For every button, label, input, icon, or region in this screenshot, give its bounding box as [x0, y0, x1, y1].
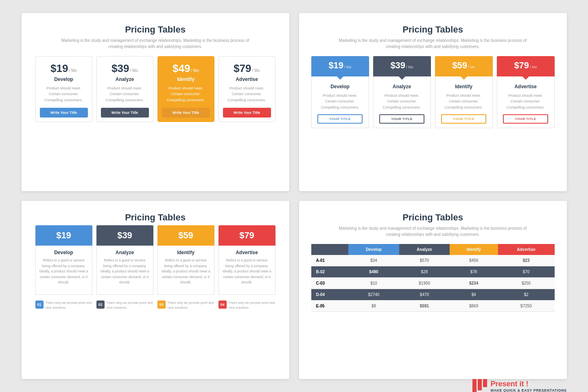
plan-develop: Develop — [54, 76, 73, 82]
num-badge-4: 04 — [219, 301, 227, 309]
num-text-3: That's why we provide point and click so… — [168, 301, 214, 310]
card-2-advertise: $79 / Mo Advertise Product should meet.C… — [497, 56, 555, 128]
btn-develop[interactable]: Write Your Title — [40, 108, 88, 118]
desc-analyze: Product should meet.Certain consumer.Com… — [105, 85, 144, 103]
slide-1: Pricing Tables Marketing is the study an… — [22, 13, 289, 191]
th-develop: Develop — [348, 244, 400, 255]
table-row: C-03 $10 $1950 $234 $250 — [311, 278, 555, 289]
num-badge-3: 03 — [157, 301, 166, 309]
slide3-cards: $19 Develop Refers to a good or service … — [34, 225, 277, 295]
brand-tagline: MaKE QuICK & EASY PRESENTATIONS — [490, 388, 566, 392]
svg-rect-1 — [478, 379, 482, 390]
main-container: Pricing Tables Marketing is the study an… — [22, 13, 567, 379]
num-item-1: 01 That's why we provide point and click… — [35, 301, 92, 310]
btn2-analyze[interactable]: YOUR TITLE — [379, 114, 425, 124]
card-3-develop: $19 Develop Refers to a good or service … — [35, 225, 92, 295]
svg-rect-0 — [472, 379, 477, 392]
banner-identify: $59 / Mo — [435, 56, 493, 76]
slide1-subtitle: Marketing is the study and management of… — [58, 37, 253, 50]
card-1-develop: $19 / Mo Develop Product should meet.Cer… — [35, 56, 92, 122]
card-2-develop: $19 / Mo Develop Product should meet.Cer… — [311, 56, 369, 128]
btn-advertise[interactable]: Write Your Title — [223, 108, 271, 118]
slide1-cards: $19 / Mo Develop Product should meet.Cer… — [34, 56, 277, 122]
card-3-identify: $59 Identify Refers to a good or service… — [157, 225, 214, 295]
slide-2: Pricing Tables Marketing is the study an… — [299, 13, 567, 191]
desc-develop: Product should meet.Certain consumer.Com… — [44, 85, 83, 103]
banner-develop: $19 / Mo — [311, 56, 369, 76]
slide3-title: Pricing Tables — [125, 212, 186, 223]
slide4-subtitle: Marketing is the study and management of… — [335, 225, 531, 237]
btn2-advertise[interactable]: YOUR TITLE — [503, 114, 549, 124]
slide2-title: Pricing Tables — [402, 24, 463, 35]
price-analyze: $39 — [111, 62, 129, 75]
num-item-2: 02 That's why we provide point and click… — [96, 301, 153, 310]
th-analyze: Analyze — [399, 244, 449, 255]
banner-analyze: $39 / Mo — [373, 56, 431, 76]
desc-identify: Product should meet.Certain consumer.Com… — [166, 85, 205, 103]
plan-advertise: Advertise — [236, 76, 258, 82]
table-row: A-01 $34 $570 $456 $23 — [311, 255, 555, 266]
card-3-advertise: $79 Advertise Refers to a good or servic… — [219, 225, 275, 295]
pricing-table: Develop Analyze Identify Advertise A-01 … — [311, 244, 555, 312]
price-advertise: $79 — [234, 62, 251, 75]
num-badge-1: 01 — [35, 301, 44, 309]
svg-rect-2 — [483, 379, 487, 387]
card-1-advertise: $79 / Mo Advertise Product should meet.C… — [219, 56, 275, 122]
slide4-table-container: Develop Analyze Identify Advertise A-01 … — [311, 244, 555, 312]
price-develop: $19 — [50, 62, 68, 75]
slide3-numbered: 01 That's why we provide point and click… — [34, 301, 277, 310]
slide1-title: Pricing Tables — [125, 24, 186, 35]
slide-4: Pricing Tables Marketing is the study an… — [299, 201, 567, 379]
th-identify: Identify — [450, 244, 498, 255]
btn2-develop[interactable]: YOUR TITLE — [317, 114, 363, 124]
num-text-4: That's why we provide point and click so… — [229, 301, 275, 310]
th-advertise: Advertise — [498, 244, 555, 255]
num-text-1: That's why we provide point and click so… — [46, 301, 92, 310]
branding: Present it ! MaKE QuICK & EASY PRESENTAT… — [472, 379, 566, 392]
num-item-4: 04 That's why we provide point and click… — [219, 301, 275, 310]
desc-advertise: Product should meet.Certain consumer.Com… — [227, 85, 266, 103]
card-2-identify: $59 / Mo Identify Product should meet.Ce… — [435, 56, 493, 128]
card-2-analyze: $39 / Mo Analyze Product should meet.Cer… — [373, 56, 431, 128]
plan-identify: Identify — [177, 76, 195, 82]
table-row: D-04 $2740 $470 $4 $2 — [311, 289, 555, 301]
num-badge-2: 02 — [96, 301, 105, 309]
table-row: E-05 $8 $591 $869 $7250 — [311, 301, 555, 312]
table-row: B-02 $490 $28 $78 $70 — [311, 266, 555, 278]
btn2-identify[interactable]: YOUR TITLE — [441, 114, 487, 124]
num-text-2: That's why we provide point and click so… — [107, 301, 153, 310]
slide2-subtitle: Marketing is the study and management of… — [335, 37, 531, 50]
brand-name: Present it ! — [490, 380, 566, 388]
price-identify: $49 — [173, 62, 190, 75]
btn-analyze[interactable]: Write Your Title — [101, 108, 149, 118]
slide2-cards: $19 / Mo Develop Product should meet.Cer… — [311, 56, 555, 128]
slide4-title: Pricing Tables — [402, 212, 463, 223]
plan-analyze: Analyze — [116, 76, 134, 82]
btn-identify[interactable]: Write Your Title — [162, 108, 210, 118]
card-1-analyze: $39 / Mo Analyze Product should meet.Cer… — [96, 56, 153, 122]
banner-advertise: $79 / Mo — [497, 56, 555, 76]
card-1-identify: $49 / Mo Identify Product should meet.Ce… — [157, 56, 214, 122]
card-3-analyze: $39 Analyze Refers to a good or service … — [96, 225, 153, 295]
num-item-3: 03 That's why we provide point and click… — [157, 301, 214, 310]
brand-logo-icon — [472, 379, 487, 392]
th-blank — [311, 244, 348, 255]
slide-3: Pricing Tables $19 Develop Refers to a g… — [22, 201, 289, 379]
